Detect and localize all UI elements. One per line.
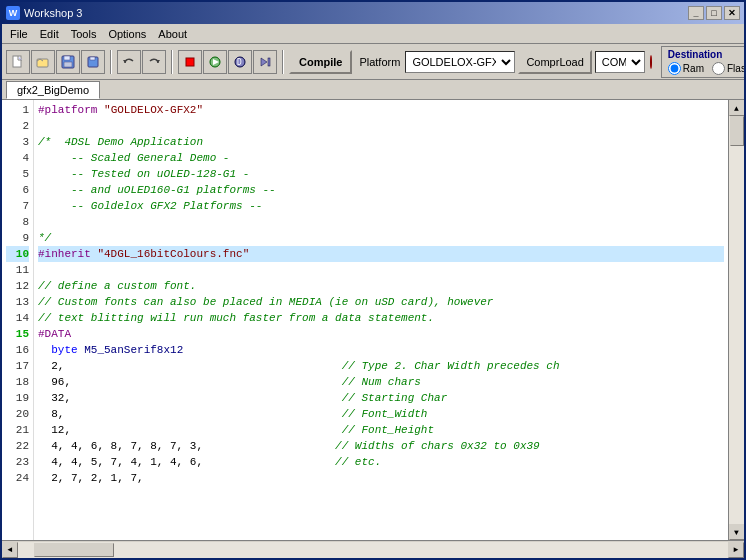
code-line-19: 32, // Starting Char	[38, 390, 724, 406]
code-line-7: -- Goldelox GFX2 Platforms --	[38, 198, 724, 214]
line-number-16: 16	[6, 342, 29, 358]
tab-bar: gfx2_BigDemo	[2, 80, 744, 100]
code-editor[interactable]: #platform "GOLDELOX-GFX2" /* 4DSL Demo A…	[34, 100, 728, 540]
line-number-18: 18	[6, 374, 29, 390]
run-buttons: D	[178, 50, 277, 74]
main-window: W Workshop 3 _ □ ✕ File Edit Tools Optio…	[0, 0, 746, 560]
title-bar: W Workshop 3 _ □ ✕	[2, 2, 744, 24]
radio-flash[interactable]	[712, 62, 725, 75]
line-number-20: 20	[6, 406, 29, 422]
svg-rect-15	[268, 58, 270, 66]
run-button[interactable]	[203, 50, 227, 74]
file-buttons	[6, 50, 105, 74]
menu-tools[interactable]: Tools	[65, 26, 103, 42]
line-number-14: 14	[6, 310, 29, 326]
saveall-button[interactable]	[81, 50, 105, 74]
menu-options[interactable]: Options	[102, 26, 152, 42]
radio-ram-text: Ram	[683, 63, 704, 74]
separator-2	[171, 50, 173, 74]
scroll-thumb-v[interactable]	[730, 116, 744, 146]
line-number-3: 3	[6, 134, 29, 150]
svg-text:D: D	[237, 58, 242, 67]
svg-rect-4	[64, 62, 72, 67]
code-line-17: 2, // Type 2. Char Width precedes ch	[38, 358, 724, 374]
radio-ram[interactable]	[668, 62, 681, 75]
undo-button[interactable]	[117, 50, 141, 74]
line-numbers: 123456789101112131415161718192021222324	[2, 100, 34, 540]
svg-rect-3	[64, 56, 70, 60]
menu-edit[interactable]: Edit	[34, 26, 65, 42]
line-number-24: 24	[6, 470, 29, 486]
redo-button[interactable]	[142, 50, 166, 74]
com-select[interactable]: COM 3 COM 1 COM 2 COM 4	[595, 51, 645, 73]
code-line-9: */	[38, 230, 724, 246]
line-number-12: 12	[6, 278, 29, 294]
radio-flash-text: Flash	[727, 63, 746, 74]
line-number-4: 4	[6, 150, 29, 166]
line-number-21: 21	[6, 422, 29, 438]
scroll-down-button[interactable]: ▼	[729, 524, 745, 540]
platform-label: Platform	[359, 56, 400, 68]
line-number-6: 6	[6, 182, 29, 198]
code-line-1: #platform "GOLDELOX-GFX2"	[38, 102, 724, 118]
tab-gfx2bigdemo[interactable]: gfx2_BigDemo	[6, 81, 100, 99]
separator-1	[110, 50, 112, 74]
scroll-right-button[interactable]: ►	[728, 542, 744, 558]
save-button[interactable]	[56, 50, 80, 74]
menu-file[interactable]: File	[4, 26, 34, 42]
platform-select[interactable]: GOLDELOX-GFX2 PICASO DIABLO16	[405, 51, 515, 73]
editor-area: 123456789101112131415161718192021222324 …	[2, 100, 744, 540]
code-line-11	[38, 262, 724, 278]
line-number-5: 5	[6, 166, 29, 182]
scroll-left-button[interactable]: ◄	[2, 542, 18, 558]
window-title: Workshop 3	[24, 7, 83, 19]
stop-button[interactable]	[178, 50, 202, 74]
debug-button[interactable]: D	[228, 50, 252, 74]
toolbar: D Compile Platform GOLDELOX-GFX2 PICASO …	[2, 44, 744, 80]
code-line-8	[38, 214, 724, 230]
code-line-20: 8, // Font_Width	[38, 406, 724, 422]
radio-flash-label[interactable]: Flash	[712, 62, 746, 75]
compile-button[interactable]: Compile	[289, 50, 352, 74]
line-number-7: 7	[6, 198, 29, 214]
maximize-button[interactable]: □	[706, 6, 722, 20]
comprload-button[interactable]: ComprLoad	[518, 50, 591, 74]
svg-marker-7	[123, 60, 127, 63]
svg-marker-8	[156, 60, 160, 63]
line-number-13: 13	[6, 294, 29, 310]
code-line-2	[38, 118, 724, 134]
close-button[interactable]: ✕	[724, 6, 740, 20]
scroll-track-v[interactable]	[729, 116, 744, 524]
line-number-19: 19	[6, 390, 29, 406]
line-number-8: 8	[6, 214, 29, 230]
minimize-button[interactable]: _	[688, 6, 704, 20]
menu-about[interactable]: About	[152, 26, 193, 42]
svg-rect-0	[13, 56, 21, 67]
undo-redo-buttons	[117, 50, 166, 74]
code-line-12: // define a custom font.	[38, 278, 724, 294]
code-line-4: -- Scaled General Demo -	[38, 150, 724, 166]
line-number-9: 9	[6, 230, 29, 246]
step-button[interactable]	[253, 50, 277, 74]
open-button[interactable]	[31, 50, 55, 74]
bottom-scrollbar-area: ◄ ►	[2, 540, 744, 558]
code-line-6: -- and uOLED160-G1 platforms --	[38, 182, 724, 198]
code-line-10: #inherit "4DGL_16bitColours.fnc"	[38, 246, 724, 262]
svg-marker-14	[261, 58, 267, 66]
line-number-22: 22	[6, 438, 29, 454]
scroll-up-button[interactable]: ▲	[729, 100, 745, 116]
radio-ram-label[interactable]: Ram	[668, 62, 704, 75]
code-line-22: 4, 4, 6, 8, 7, 8, 7, 3, // Widths of cha…	[38, 438, 724, 454]
vertical-scrollbar[interactable]: ▲ ▼	[728, 100, 744, 540]
destination-box: Destination Ram Flash	[661, 46, 746, 78]
svg-rect-9	[186, 58, 194, 66]
new-button[interactable]	[6, 50, 30, 74]
line-number-10: 10	[6, 246, 29, 262]
scroll-thumb-h[interactable]	[34, 543, 114, 557]
separator-3	[282, 50, 284, 74]
code-line-3: /* 4DSL Demo Application	[38, 134, 724, 150]
destination-title: Destination	[668, 49, 746, 60]
horizontal-scrollbar[interactable]	[18, 542, 728, 558]
line-number-23: 23	[6, 454, 29, 470]
code-line-15: #DATA	[38, 326, 724, 342]
